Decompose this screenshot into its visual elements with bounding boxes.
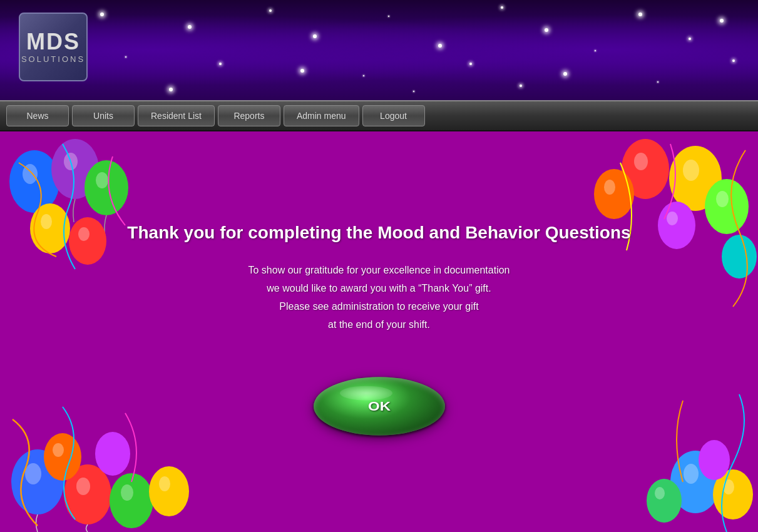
body-line2: we would like to award you with a “Thank… xyxy=(267,283,491,294)
logo-mds-text: MDS xyxy=(26,31,80,53)
ok-button[interactable]: OK xyxy=(314,377,445,436)
logo: MDS SOLUTIONS xyxy=(19,13,88,81)
logo-solutions-text: SOLUTIONS xyxy=(21,54,85,64)
body-line4: at the end of your shift. xyxy=(328,319,430,330)
nav-logout[interactable]: Logout xyxy=(362,105,425,126)
nav-admin-menu[interactable]: Admin menu xyxy=(284,105,359,126)
thank-you-content: Thank you for completing the Mood and Be… xyxy=(0,131,758,532)
nav-resident-list[interactable]: Resident List xyxy=(138,105,215,126)
nav-reports[interactable]: Reports xyxy=(218,105,280,126)
nav-units[interactable]: Units xyxy=(72,105,135,126)
body-line1: To show our gratitude for your excellenc… xyxy=(248,265,510,275)
body-line3: Please see administration to receive you… xyxy=(279,301,478,312)
thank-you-title: Thank you for completing the Mood and Be… xyxy=(127,223,630,243)
nav-news[interactable]: News xyxy=(6,105,69,126)
main-content: Thank you for completing the Mood and Be… xyxy=(0,131,758,532)
header-banner: MDS SOLUTIONS xyxy=(0,0,758,100)
navbar: News Units Resident List Reports Admin m… xyxy=(0,100,758,131)
thank-you-body: To show our gratitude for your excellenc… xyxy=(248,262,510,334)
